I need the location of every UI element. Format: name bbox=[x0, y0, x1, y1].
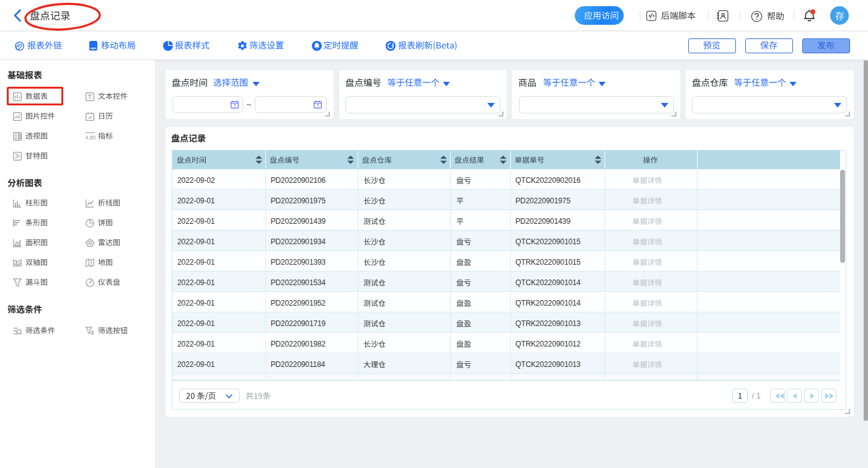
svg-text:7: 7 bbox=[233, 102, 236, 108]
svg-text:4,80: 4,80 bbox=[86, 134, 96, 140]
svg-text:7: 7 bbox=[316, 102, 319, 108]
